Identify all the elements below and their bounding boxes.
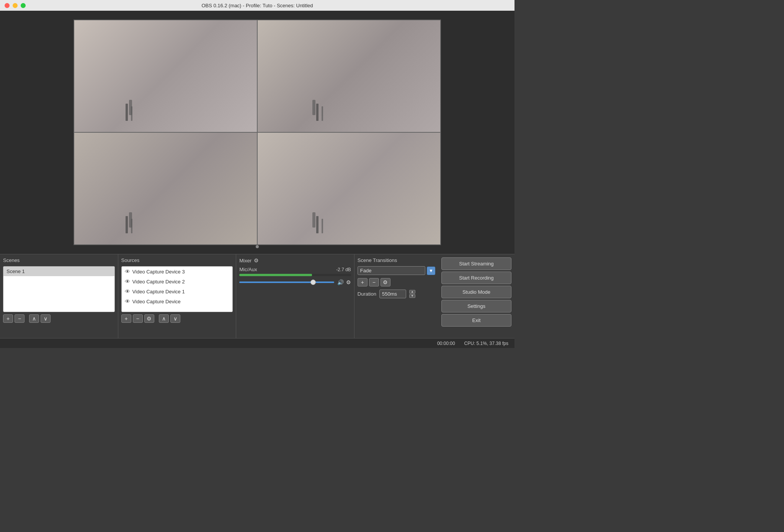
preview-wrapper [74, 20, 441, 245]
eye-icon-0: 👁 [125, 268, 130, 275]
source-item-2[interactable]: 👁 Video Capture Device 1 [122, 286, 233, 296]
panels-row: Scenes Scene 1 + − ∧ ∨ Sources 👁 Video C… [0, 254, 514, 338]
eye-icon-1: 👁 [125, 278, 130, 285]
transitions-panel: Scene Transitions Fade ▼ + − ⚙ Duration … [354, 254, 438, 338]
duration-row: Duration ▲ ▼ [358, 290, 435, 298]
mixer-panel: Mixer ⚙ Mic/Aux -2.7 dB 🔊 ⚙ [236, 254, 354, 338]
preview-quadrant-top-right [257, 20, 441, 132]
transition-settings-button[interactable]: ⚙ [381, 278, 390, 286]
scenes-up-button[interactable]: ∧ [29, 314, 39, 323]
settings-button[interactable]: Settings [441, 300, 511, 312]
transition-add-button[interactable]: + [358, 278, 368, 286]
maximize-button[interactable] [21, 3, 26, 8]
volume-slider-row: 🔊 ⚙ [239, 279, 351, 285]
status-time: 00:00:00 [437, 341, 455, 346]
transition-select-row: Fade ▼ [358, 266, 435, 275]
source-item-3[interactable]: 👁 Video Capture Device [122, 296, 233, 306]
scenes-remove-button[interactable]: − [15, 314, 24, 323]
sources-label: Sources [121, 257, 233, 263]
statusbar: 00:00:00 CPU: 5.1%, 37.38 fps [0, 338, 514, 348]
transition-remove-button[interactable]: − [369, 278, 379, 286]
sources-list[interactable]: 👁 Video Capture Device 3 👁 Video Capture… [121, 266, 233, 312]
studio-mode-button[interactable]: Studio Mode [441, 286, 511, 298]
transition-toolbar: + − ⚙ [358, 278, 435, 286]
audio-channel: Mic/Aux -2.7 dB 🔊 ⚙ [239, 267, 351, 285]
exit-button[interactable]: Exit [441, 314, 511, 327]
sources-up-button[interactable]: ∧ [159, 314, 169, 323]
mixer-label-row: Mixer ⚙ [239, 257, 351, 264]
volume-slider-thumb[interactable] [310, 280, 316, 285]
sources-toolbar: + − ⚙ ∧ ∨ [121, 314, 233, 323]
scene-item[interactable]: Scene 1 [3, 267, 114, 276]
scenes-add-button[interactable]: + [3, 314, 13, 323]
scenes-label: Scenes [3, 257, 115, 263]
transitions-label: Scene Transitions [358, 257, 435, 263]
eye-icon-2: 👁 [125, 288, 130, 294]
window-controls [5, 3, 26, 8]
duration-up-button[interactable]: ▲ [409, 290, 415, 294]
volume-speaker-icon[interactable]: 🔊 [337, 279, 344, 285]
transition-dropdown-button[interactable]: ▼ [427, 267, 435, 275]
duration-input[interactable] [379, 290, 406, 298]
eye-icon-3: 👁 [125, 298, 130, 304]
volume-slider[interactable] [239, 281, 334, 283]
start-recording-button[interactable]: Start Recording [441, 272, 511, 284]
duration-spinner: ▲ ▼ [409, 290, 415, 298]
duration-down-button[interactable]: ▼ [409, 294, 415, 298]
volume-settings-icon[interactable]: ⚙ [346, 279, 351, 285]
preview-quadrant-bottom-right [257, 132, 441, 245]
sources-add-button[interactable]: + [121, 314, 131, 323]
preview-center-dot [256, 245, 259, 248]
volume-icons: 🔊 ⚙ [337, 279, 351, 285]
source-item-1[interactable]: 👁 Video Capture Device 2 [122, 277, 233, 286]
titlebar: OBS 0.16.2 (mac) - Profile: Tuto - Scene… [0, 0, 514, 11]
preview-canvas [74, 20, 441, 245]
mixer-label: Mixer [239, 258, 252, 264]
sources-panel: Sources 👁 Video Capture Device 3 👁 Video… [118, 254, 237, 338]
duration-label: Duration [358, 291, 376, 297]
transition-select[interactable]: Fade [358, 266, 425, 275]
bottom-panels: Scenes Scene 1 + − ∧ ∨ Sources 👁 Video C… [0, 254, 514, 338]
scenes-down-button[interactable]: ∨ [41, 314, 51, 323]
sources-remove-button[interactable]: − [133, 314, 143, 323]
source-item-0[interactable]: 👁 Video Capture Device 3 [122, 267, 233, 277]
sources-settings-button[interactable]: ⚙ [144, 314, 154, 323]
start-streaming-button[interactable]: Start Streaming [441, 257, 511, 270]
channel-name: Mic/Aux [239, 267, 257, 272]
minimize-button[interactable] [13, 3, 18, 8]
scenes-list[interactable]: Scene 1 [3, 266, 115, 312]
preview-quadrant-bottom-left [74, 132, 257, 245]
sources-down-button[interactable]: ∨ [170, 314, 180, 323]
scenes-toolbar: + − ∧ ∨ [3, 314, 115, 323]
action-buttons: Start Streaming Start Recording Studio M… [438, 254, 514, 338]
preview-area [0, 11, 514, 254]
mixer-gear-icon[interactable]: ⚙ [254, 257, 259, 264]
close-button[interactable] [5, 3, 10, 8]
status-cpu: CPU: 5.1%, 37.38 fps [464, 341, 508, 346]
scenes-panel: Scenes Scene 1 + − ∧ ∨ [0, 254, 118, 338]
preview-quadrant-top-left [74, 20, 257, 132]
volume-meter-fill [239, 274, 312, 276]
volume-meter [239, 274, 351, 276]
window-title: OBS 0.16.2 (mac) - Profile: Tuto - Scene… [201, 3, 313, 8]
channel-db: -2.7 dB [336, 267, 351, 272]
channel-top: Mic/Aux -2.7 dB [239, 267, 351, 272]
